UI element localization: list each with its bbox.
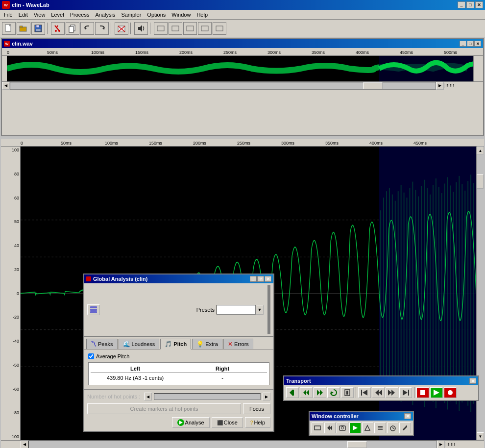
svg-rect-57 [395, 201, 396, 386]
close-button[interactable]: ✕ [475, 1, 483, 8]
tb-new-button[interactable] [2, 22, 16, 35]
hotpoints-right-arrow[interactable]: ▶ [263, 393, 270, 400]
wc-btn-camera[interactable] [337, 423, 348, 433]
transport-stop-btn[interactable] [416, 387, 429, 398]
vscroll-down-btn[interactable]: ▼ [477, 432, 484, 440]
menu-help[interactable]: Help [194, 11, 211, 19]
help-dialog-button[interactable]: ? Help [245, 417, 270, 428]
tb-redo-button[interactable] [95, 22, 109, 35]
transport-close-btn[interactable]: ✕ [469, 378, 476, 384]
focus-button[interactable]: Focus [243, 403, 270, 414]
wc-btn-play[interactable] [349, 423, 361, 433]
wc-btn-2[interactable] [324, 423, 336, 433]
menu-file[interactable]: File [1, 11, 16, 19]
hscroll-right-btn[interactable]: ▶ [437, 441, 445, 448]
hotpoints-left-arrow[interactable]: ◀ [144, 393, 152, 400]
svg-rect-78 [456, 182, 457, 404]
maximize-button[interactable]: □ [466, 1, 474, 8]
dialog-close-btn[interactable]: ✕ [265, 276, 271, 282]
wave-filename: clin.wav [12, 41, 460, 47]
wave-maximize-btn[interactable]: □ [467, 41, 474, 47]
svg-marker-93 [306, 390, 309, 396]
tab-loudness[interactable]: 🌊 Loudness [119, 339, 160, 349]
menu-process[interactable]: Process [67, 11, 93, 19]
transport-skip-end-btn[interactable] [399, 387, 412, 398]
presets-dropdown-arrow[interactable]: ▼ [256, 305, 264, 315]
svg-rect-53 [383, 198, 384, 389]
window-controller-close-btn[interactable]: ✕ [404, 413, 411, 419]
wc-btn-list[interactable] [374, 423, 386, 433]
table-data-row: 439.80 Hz (A3 -1 cents) - [91, 373, 267, 383]
tb-b1-button[interactable] [154, 22, 168, 35]
menu-window[interactable]: Window [169, 11, 194, 19]
menu-sampler[interactable]: Sampler [118, 11, 144, 19]
tab-pitch[interactable]: 🎵 Pitch [160, 339, 191, 349]
transport-btn-4[interactable] [327, 387, 340, 398]
dialog-minimize-btn[interactable]: _ [250, 276, 257, 282]
tb-b3-button[interactable] [183, 22, 197, 35]
transport-play-btn[interactable] [430, 387, 443, 398]
overview-scrollbar-v[interactable] [473, 56, 483, 81]
transport-rewind-btn[interactable] [372, 387, 385, 398]
wave-close-btn[interactable]: ✕ [474, 41, 481, 47]
dialog-title-text: Global Analysis (clin) [93, 276, 250, 282]
tab-errors[interactable]: ✕ Errors [223, 339, 253, 349]
wc-btn-wrench[interactable] [399, 423, 411, 433]
tb-copy-button[interactable] [66, 22, 79, 35]
transport-btn-3[interactable] [314, 387, 326, 398]
hotpoints-slider[interactable] [154, 393, 261, 400]
hscroll-thumb[interactable] [347, 441, 367, 448]
wc-btn-timer[interactable] [387, 423, 399, 433]
presets-label: Presets [196, 307, 215, 313]
hscroll-track[interactable] [28, 441, 437, 448]
create-markers-button[interactable]: Create markers at hot points [87, 403, 241, 414]
overview-waveform-container [2, 56, 483, 81]
presets-dropdown[interactable] [217, 305, 256, 315]
tb-undo-button[interactable] [80, 22, 94, 35]
vscroll-thumb[interactable] [477, 174, 484, 189]
tab-extra[interactable]: 💡 Extra [192, 339, 222, 349]
scroll-track[interactable] [10, 82, 436, 90]
analyse-button[interactable]: Analyse [172, 417, 210, 428]
svg-rect-22 [201, 26, 208, 31]
avg-pitch-checkbox[interactable] [88, 353, 94, 359]
transport-btn-5[interactable] [341, 387, 354, 398]
tb-speaker-button[interactable] [134, 22, 148, 35]
tb-b5-button[interactable] [213, 22, 226, 35]
hscroll-left-btn[interactable]: ◀ [21, 441, 28, 448]
transport-skip-start-btn[interactable] [358, 387, 371, 398]
close-label: Close [224, 420, 238, 425]
tb-cut-button[interactable] [51, 22, 65, 35]
tb-b4-button[interactable] [198, 22, 212, 35]
transport-rec-btn[interactable] [444, 387, 457, 398]
minimize-button[interactable]: _ [458, 1, 465, 8]
scroll-right-btn[interactable]: ▶ [436, 82, 444, 90]
tb-b2-button[interactable] [169, 22, 182, 35]
menu-options[interactable]: Options [144, 11, 169, 19]
tab-peaks[interactable]: 〽 Peaks [86, 339, 118, 349]
svg-text:150ms: 150ms [149, 141, 163, 146]
presets-icon-btn[interactable] [87, 304, 100, 315]
wc-btn-midi[interactable] [362, 423, 374, 433]
svg-rect-63 [412, 182, 413, 405]
scroll-left-btn[interactable]: ◀ [2, 82, 10, 90]
tb-save-button[interactable] [31, 22, 45, 35]
transport-btn-2[interactable] [300, 387, 313, 398]
menu-view[interactable]: View [31, 11, 48, 19]
close-dialog-button[interactable]: ⬛ Close [212, 417, 243, 428]
transport-ffwd-btn[interactable] [386, 387, 398, 398]
scroll-thumb[interactable] [363, 82, 383, 89]
transport-btn-1[interactable] [286, 387, 299, 398]
tb-delete-button[interactable] [115, 22, 128, 35]
menu-level[interactable]: Level [48, 11, 67, 19]
tb-open-button[interactable] [17, 22, 30, 35]
dialog-help-btn[interactable]: ? [257, 276, 264, 282]
wc-btn-1[interactable] [312, 423, 323, 433]
vscroll-up-btn[interactable]: ▲ [477, 147, 484, 154]
dialog-scrollbar[interactable] [267, 285, 270, 334]
menu-analysis[interactable]: Analysis [92, 11, 118, 19]
overview-scrollbar-h: ◀ ▶ ⁞⁞⁞⁞⁞⁞ [2, 81, 483, 89]
main-area: W clin.wav _ □ ✕ 0 50ms 100ms 150ms 200m… [0, 37, 485, 448]
wave-minimize-btn[interactable]: _ [460, 41, 466, 47]
menu-edit[interactable]: Edit [16, 11, 31, 19]
